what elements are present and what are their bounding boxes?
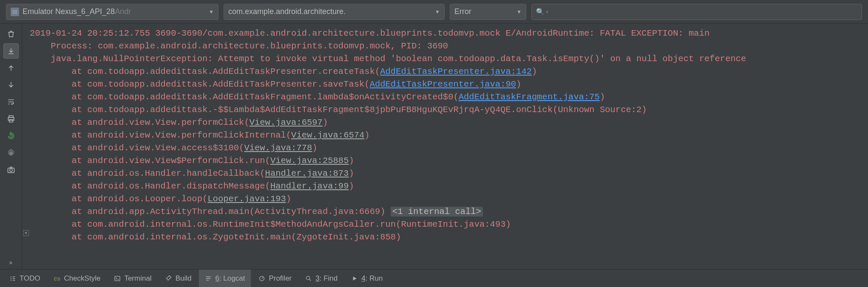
tab-label: Profiler [269,274,292,283]
screenshot-button[interactable] [3,162,19,177]
internal-call-badge: <1 internal call> [391,207,483,217]
log-line: Process: com.example.android.architectur… [30,40,863,53]
tab-find[interactable]: 3: Find [299,270,343,287]
log-line: at android.os.Handler.handleCallback(Han… [30,167,863,180]
log-line: at com.todoapp.addedittask.AddEditTaskFr… [30,91,863,104]
tab-label: Terminal [124,274,151,283]
stack-frame-prefix: at com.android.internal.os.RuntimeInit$M… [30,219,511,229]
source-link[interactable]: View.java:6597 [250,118,323,127]
log-line: 2019-01-24 20:25:12.755 3690-3690/com.ex… [30,27,863,40]
log-search[interactable]: 🔍▾ [531,4,862,20]
stack-frame-prefix: at android.os.Looper.loop( [30,194,207,204]
tab-build[interactable]: Build [159,270,198,287]
stack-frame-prefix: at android.view.View$PerformClick.run( [30,156,270,166]
stack-frame-prefix: at com.todoapp.addedittask.AddEditTaskPr… [30,67,380,76]
tab-todo[interactable]: TODO [3,270,46,287]
search-icon: 🔍 [536,8,545,16]
stack-frame-prefix: at com.android.internal.os.ZygoteInit.ma… [30,232,401,242]
log-line: at com.todoapp.addedittask.AddEditTaskPr… [30,65,863,78]
stack-frame-suffix: ) [312,143,317,153]
log-line: at com.todoapp.addedittask.AddEditTaskPr… [30,78,863,91]
stack-frame-suffix: ) [364,130,369,140]
stack-frame-prefix: at com.todoapp.addedittask.AddEditTaskFr… [30,92,459,102]
stack-frame-suffix: ) [516,79,521,89]
log-line: at android.view.View.performClickInterna… [30,129,863,142]
restart-button[interactable] [3,128,19,144]
search-input[interactable] [552,7,857,16]
tab-checkstyle[interactable]: cs CheckStyle [48,270,107,287]
source-link[interactable]: Looper.java:193 [207,194,286,204]
device-label-suffix: Andr [115,7,131,16]
source-link[interactable]: View.java:25885 [270,156,349,166]
log-line: at com.android.internal.os.ZygoteInit.ma… [30,231,863,244]
log-line: at android.os.Looper.loop(Looper.java:19… [30,193,863,205]
log-line: at com.android.internal.os.RuntimeInit$M… [30,218,863,231]
source-link[interactable]: AddEditTaskPresenter.java:90 [370,79,516,89]
tab-label: Build [176,274,192,283]
clear-log-button[interactable] [3,26,19,42]
log-output[interactable]: + 2019-01-24 20:25:12.755 3690-3690/com.… [22,24,868,269]
tab-label: CheckStyle [64,274,100,283]
stack-frame-suffix: ) [600,92,605,102]
device-label: Emulator Nexus_6_API_28 [23,7,115,16]
stack-frame-prefix: at android.os.Handler.handleCallback( [30,169,265,178]
package-selector[interactable]: com.example.android.architecture. ▼ [224,4,445,20]
stack-frame-prefix: at com.todoapp.addedittask.-$$Lambda$Add… [30,105,647,115]
source-link[interactable]: View.java:778 [244,143,312,153]
stack-frame-suffix: ) [532,67,537,76]
package-label: com.example.android.architecture. [228,7,346,16]
stack-frame-prefix: at com.todoapp.addedittask.AddEditTaskPr… [30,79,370,89]
tab-label: 3: Find [315,274,338,283]
level-label: Error [454,7,471,16]
log-line: at android.app.ActivityThread.main(Activ… [30,205,863,218]
log-level-selector[interactable]: Error ▼ [450,4,526,20]
bottom-tool-bar: TODO cs CheckStyle Terminal Build 6: Log… [0,269,868,287]
tab-label: 4: Run [361,274,383,283]
log-line: at android.view.View.performClick(View.j… [30,116,863,129]
chevron-down-icon: ▼ [516,9,522,15]
down-stack-button[interactable] [3,77,19,93]
expand-fold-icon[interactable]: + [23,230,29,236]
stack-frame-suffix: ) [323,118,328,127]
scroll-to-end-button[interactable] [3,43,19,59]
stack-frame-prefix: at android.view.View.access$3100( [30,143,244,153]
tab-label: TODO [20,274,40,283]
log-line: at com.todoapp.addedittask.-$$Lambda$Add… [30,104,863,116]
stack-frame-suffix: ) [349,181,354,191]
tab-terminal[interactable]: Terminal [108,270,157,287]
soft-wrap-button[interactable] [3,94,19,110]
log-header: 2019-01-24 20:25:12.755 3690-3690/com.ex… [30,28,709,38]
log-line: at android.view.View$PerformClick.run(Vi… [30,155,863,167]
tab-logcat[interactable]: 6: Logcat [199,270,251,287]
chevron-down-icon: ▼ [209,9,214,15]
svg-rect-6 [115,276,120,281]
search-dropdown-icon: ▾ [546,10,548,14]
svg-point-5 [9,169,12,172]
tab-profiler[interactable]: Profiler [252,270,298,287]
tab-label: 6: Logcat [215,274,245,283]
source-link[interactable]: Handler.java:873 [265,169,349,178]
stack-frame-prefix: at android.view.View.performClickInterna… [30,130,291,140]
source-link[interactable]: AddEditTaskFragment.java:75 [459,92,600,102]
device-icon [11,8,19,16]
settings-button[interactable] [3,145,19,160]
source-link[interactable]: AddEditTaskPresenter.java:142 [380,67,532,76]
stack-frame-prefix: at android.os.Handler.dispatchMessage( [30,181,270,191]
tab-run[interactable]: 4: Run [345,270,389,287]
stack-frame-prefix: at android.app.ActivityThread.main(Activ… [30,207,391,217]
stack-frame-suffix: ) [286,194,291,204]
up-stack-button[interactable] [3,60,19,76]
device-selector[interactable]: Emulator Nexus_6_API_28 Andr ▼ [6,4,218,20]
chevron-down-icon: ▼ [435,9,440,15]
logcat-toolbar: Emulator Nexus_6_API_28 Andr ▼ com.examp… [0,0,868,24]
source-link[interactable]: View.java:6574 [291,130,364,140]
print-button[interactable] [3,111,19,127]
checkstyle-icon: cs [54,275,61,282]
svg-point-3 [10,152,12,154]
log-exception: java.lang.NullPointerException: Attempt … [30,54,746,64]
log-line: at android.view.View.access$3100(View.ja… [30,142,863,155]
stack-frame-suffix: ) [349,156,354,166]
source-link[interactable]: Handler.java:99 [270,181,349,191]
log-line: at android.os.Handler.dispatchMessage(Ha… [30,180,863,193]
more-icon[interactable]: » [9,256,13,269]
